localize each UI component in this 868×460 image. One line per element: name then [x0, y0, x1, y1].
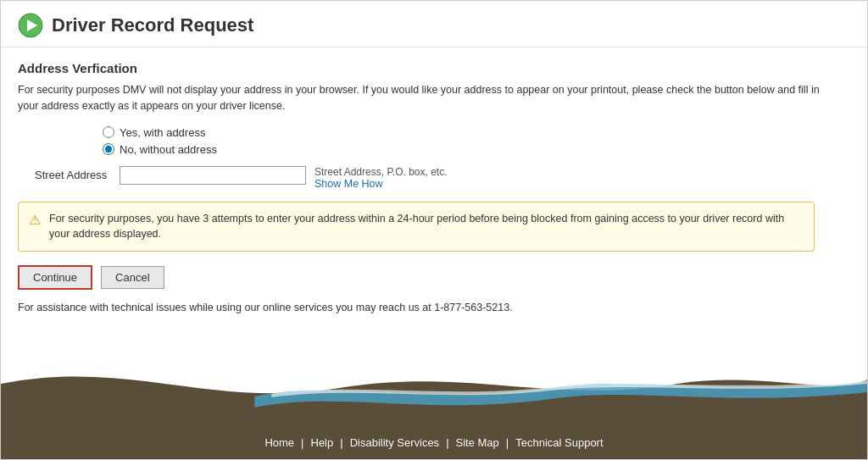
radio-yes-input[interactable] [103, 126, 114, 138]
warning-text: For security purposes, you have 3 attemp… [49, 211, 804, 243]
footer-sep-1: | [301, 436, 303, 449]
radio-yes-option[interactable]: Yes, with address [103, 126, 850, 139]
wave-section [1, 350, 867, 426]
footer-sep-3: | [446, 436, 448, 449]
address-label: Street Address [35, 166, 120, 181]
warning-box: ⚠ For security purposes, you have 3 atte… [18, 202, 815, 252]
assistance-text: For assistance with technical issues whi… [18, 302, 850, 313]
footer-sep-4: | [506, 436, 509, 449]
radio-no-label: No, without address [120, 143, 217, 156]
footer-link-techsupport[interactable]: Technical Support [515, 436, 603, 449]
radio-group: Yes, with address No, without address [103, 126, 850, 156]
section-title: Address Verfication [18, 61, 850, 75]
page-header: Driver Record Request [1, 1, 867, 47]
footer-link-sitemap[interactable]: Site Map [456, 436, 499, 449]
wave-graphic [1, 350, 867, 426]
warning-icon: ⚠ [29, 212, 41, 228]
address-hint-container: Street Address, P.O. box, etc. Show Me H… [314, 166, 448, 190]
main-content: Address Verfication For security purpose… [1, 47, 867, 350]
continue-button[interactable]: Continue [18, 265, 92, 290]
footer-sep-2: | [340, 436, 342, 449]
footer: Home | Help | Disability Services | Site… [1, 426, 867, 459]
description-text: For security purposes DMV will not displ… [18, 82, 832, 114]
go-icon [18, 13, 43, 38]
show-me-how-link[interactable]: Show Me How [314, 178, 448, 190]
footer-link-help[interactable]: Help [311, 436, 334, 449]
page-title: Driver Record Request [52, 14, 253, 36]
button-row: Continue Cancel [18, 265, 850, 290]
radio-yes-label: Yes, with address [120, 126, 205, 139]
footer-link-disability[interactable]: Disability Services [350, 436, 439, 449]
radio-no-option[interactable]: No, without address [103, 143, 850, 156]
address-hint-text: Street Address, P.O. box, etc. [314, 166, 448, 178]
page-wrapper: Driver Record Request Address Verficatio… [0, 0, 868, 460]
radio-no-input[interactable] [103, 143, 114, 155]
footer-link-home[interactable]: Home [264, 436, 294, 449]
street-address-row: Street Address Street Address, P.O. box,… [18, 166, 850, 190]
cancel-button[interactable]: Cancel [101, 266, 164, 289]
street-address-input[interactable] [120, 166, 306, 185]
